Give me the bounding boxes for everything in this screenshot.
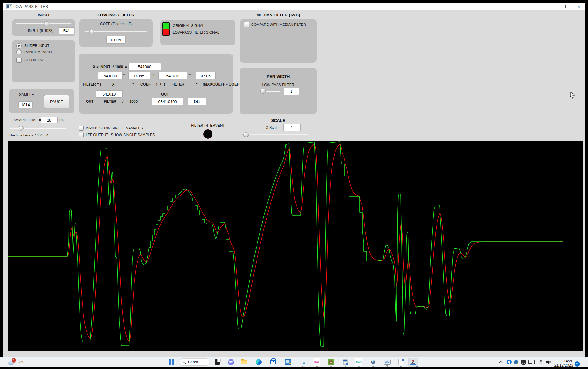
lpf-app-icon <box>410 360 416 365</box>
taskbar: 1 7°C Cerca <box>0 357 588 367</box>
b4a-label: B4A <box>356 361 362 364</box>
input-slider-handle[interactable] <box>44 21 49 26</box>
lpf-signal-swatch <box>162 29 170 36</box>
coef-label: COEF (Filter cutoff) <box>79 22 153 26</box>
calculator-icon[interactable] <box>342 358 349 366</box>
sample-panel: SAMPLE 1814 PAUSE <box>9 89 74 113</box>
search-icon <box>182 360 186 364</box>
filter-intervent-led <box>203 129 212 139</box>
formula-out-equation: OUT = FILTER / 1000 = <box>86 99 145 104</box>
b4j-label: B4J <box>314 361 319 364</box>
bluetooth-icon[interactable] <box>505 358 513 366</box>
sample-time-label: SAMPLE TIME = <box>13 118 42 122</box>
start-button[interactable] <box>168 358 175 366</box>
task-view-icon[interactable] <box>214 358 221 366</box>
tray-chevron-up-icon[interactable] <box>497 358 505 366</box>
original-signal-label: ORIGINAL SIGNAL <box>173 24 204 28</box>
x-scale-field[interactable]: 1 <box>283 124 301 131</box>
store-icon[interactable] <box>270 358 277 366</box>
lpf-section-title: LOW-PASS FILTER <box>79 13 153 17</box>
tray-date: 21/12/2023 <box>552 363 573 367</box>
input-value-field[interactable]: 541 <box>59 27 74 34</box>
formula-term-d-field: 0.905 <box>196 72 216 79</box>
desktop-screen: LOW-PASS FILTER × INPUT INPUT (0-1023) =… <box>0 0 588 369</box>
chat-icon[interactable] <box>227 358 235 366</box>
add-noise-label: ADD NOISE <box>24 58 44 62</box>
pen-width-slider[interactable] <box>260 90 281 92</box>
pause-button[interactable]: PAUSE <box>44 95 69 108</box>
status-time-text: The time here is 14:26:34 <box>9 133 48 137</box>
system-monitor-icon[interactable] <box>384 358 391 366</box>
lpf-signal-line <box>8 144 563 341</box>
scale-section-title: SCALE <box>240 118 317 123</box>
wifi-icon[interactable] <box>537 358 545 366</box>
b4a-icon[interactable]: B4A <box>355 358 362 366</box>
pen-width-slider-handle[interactable] <box>260 89 266 94</box>
sample-label: SAMPLE <box>19 92 34 97</box>
settings-icon[interactable]: ⚙ <box>369 358 377 366</box>
random-input-radio[interactable] <box>16 50 22 55</box>
lpf-signal-label: LOW-PASS FILTER SIGNAL <box>173 30 219 35</box>
formula-out-raw-field: 0541.0100 <box>152 98 183 105</box>
weather-badge: 1 <box>12 358 16 363</box>
running-dot <box>358 366 360 367</box>
coef-slider[interactable] <box>84 31 147 32</box>
sample-time-field[interactable]: 18 <box>41 117 58 123</box>
tray-clock[interactable]: 14:26 21/12/2023 <box>552 359 573 367</box>
active-running-dot <box>416 366 418 367</box>
camera-app-tray-icon[interactable] <box>520 358 527 366</box>
coef-value-field[interactable]: 0.095 <box>106 36 126 44</box>
running-dot <box>372 366 374 367</box>
window-title: LOW-PASS FILTER <box>13 5 48 9</box>
pen-width-field[interactable]: 1 <box>284 88 299 95</box>
formula-x-label: X = INPUT * 1000 = <box>91 65 127 69</box>
minimize-button[interactable] <box>545 3 556 10</box>
sample-time-unit: ms <box>59 118 64 122</box>
pen-width-sub-label: LOW-PASS FILTER <box>240 83 317 87</box>
slider-input-radio[interactable] <box>16 43 22 49</box>
slider-input-label: SLIDER INPUT <box>24 44 49 48</box>
filter-intervent-label: FILTER INTERVENT <box>185 123 231 128</box>
touch-keyboard-icon[interactable] <box>528 358 535 366</box>
close-button[interactable]: × <box>573 3 584 10</box>
input-slider[interactable] <box>16 23 72 24</box>
lpf-show-samples-checkbox[interactable] <box>79 133 84 137</box>
add-noise-checkbox[interactable] <box>16 58 22 63</box>
input-show-samples-label: INPUT: SHOW SINGLE SAMPLES <box>86 126 143 130</box>
tray-time: 14:26 <box>552 359 573 363</box>
mouse-cursor <box>570 92 576 99</box>
title-bar: LOW-PASS FILTER × <box>3 3 585 10</box>
b4j-icon[interactable]: B4J <box>313 358 320 366</box>
sample-time-slider-handle[interactable] <box>19 126 24 131</box>
photos-icon[interactable] <box>284 358 292 366</box>
x-scale-slider[interactable] <box>243 134 310 135</box>
search-box[interactable]: Cerca <box>179 358 210 366</box>
coef-panel: COEF (Filter cutoff) 0.095 <box>79 19 153 47</box>
formula-x-field: 541000 <box>128 63 161 70</box>
security-shield-icon[interactable] <box>512 358 520 366</box>
notification-badge[interactable]: 2 <box>575 361 580 367</box>
running-dot <box>400 366 402 367</box>
input-show-samples-checkbox[interactable] <box>79 126 84 131</box>
search-placeholder: Cerca <box>188 360 198 364</box>
pen-width-panel: PEN WIDTH LOW-PASS FILTER 1 <box>240 68 317 114</box>
x-scale-slider-handle[interactable] <box>243 132 249 137</box>
original-signal-line <box>8 142 563 347</box>
edge-icon[interactable] <box>255 358 262 366</box>
running-dot <box>330 366 332 367</box>
running-dot <box>302 366 303 367</box>
sample-time-slider[interactable] <box>10 128 67 129</box>
compare-median-checkbox[interactable] <box>244 22 249 27</box>
restore-button[interactable] <box>559 3 569 10</box>
input-mode-panel: SLIDER INPUT RANDOM INPUT ADD NOISE <box>12 40 75 82</box>
snipping-tool-icon[interactable] <box>299 358 306 366</box>
file-explorer-icon[interactable] <box>241 358 248 366</box>
running-dot <box>345 366 346 367</box>
weather-icon[interactable]: 1 <box>7 359 17 366</box>
volume-icon[interactable] <box>545 358 552 366</box>
lpf-app-taskbar-button[interactable] <box>408 358 418 367</box>
coef-slider-handle[interactable] <box>89 29 94 34</box>
notes-icon[interactable] <box>397 358 404 366</box>
formula-panel: X = INPUT * 1000 = 541000 541000 * 0.095… <box>79 54 233 114</box>
monkey-app-icon[interactable] <box>327 358 335 366</box>
